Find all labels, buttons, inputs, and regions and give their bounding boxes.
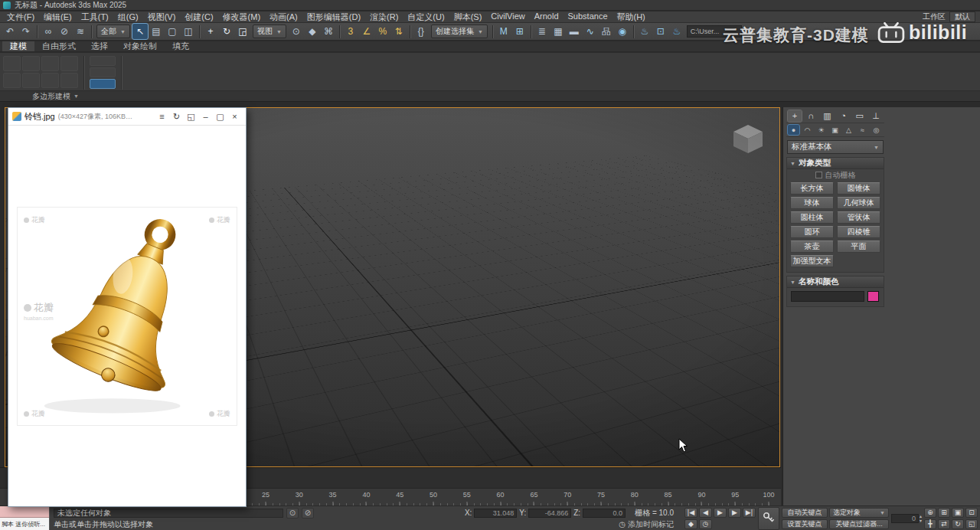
isolate-selection-toggle[interactable]: ⊙ [286,508,299,519]
ribbon-tool-button[interactable] [22,73,40,88]
selection-lock-toggle[interactable]: ⊘ [302,508,314,519]
hierarchy-tab-icon[interactable]: ▥ [820,110,834,122]
edit-named-selections-icon[interactable]: {} [413,24,429,39]
go-to-start-button[interactable]: |◀ [684,508,697,518]
go-to-end-button[interactable]: ▶| [743,508,756,518]
object-button[interactable]: 茶壶 [790,240,834,253]
object-name-field[interactable] [791,291,864,302]
zoom-all-button[interactable]: ⊞ [938,508,950,518]
systems-category-icon[interactable]: ◎ [871,125,882,135]
selection-filter-dropdown[interactable]: 全部▼ [96,25,130,38]
maximize-viewport-toggle-button[interactable]: ◱ [965,519,978,529]
fullscreen-button[interactable]: ◱ [184,110,198,123]
object-color-swatch[interactable] [867,291,879,302]
cameras-category-icon[interactable]: ▣ [829,125,841,135]
menu-item[interactable]: 脚本(S) [449,11,487,23]
ribbon-tool-button[interactable] [90,67,116,77]
frame-spinner[interactable]: ▴▾ [920,514,922,523]
angle-snap-toggle-icon[interactable]: ∠ [359,24,374,39]
pan-button[interactable]: ╋ [924,519,936,529]
add-time-tag-button[interactable]: ◷ 添加时间标记 [619,519,674,530]
select-and-scale-icon[interactable]: ◲ [235,24,250,39]
menu-item[interactable]: 图形编辑器(D) [302,11,365,23]
use-pivot-center-icon[interactable]: ⊙ [289,24,304,39]
render-production-icon[interactable]: ♨ [669,24,684,39]
toggle-layer-explorer-icon[interactable]: ▦ [550,24,566,39]
zoom-button[interactable]: ⊕ [924,508,936,518]
ribbon-tab[interactable]: 选择 [83,41,116,51]
material-editor-icon[interactable]: ◉ [615,24,630,39]
previous-frame-button[interactable]: ◀ [699,508,712,518]
ribbon-tab[interactable]: 填充 [165,41,197,51]
schematic-view-icon[interactable]: 品 [599,24,614,39]
ribbon-tool-button[interactable] [60,73,78,88]
menu-item[interactable]: 动画(A) [265,11,302,23]
object-button[interactable]: 四棱锥 [837,226,880,238]
redo-icon[interactable]: ↷ [18,24,34,39]
named-selection-sets-dropdown[interactable]: 创建选择集▼ [431,25,488,38]
ribbon-tool-button[interactable] [60,56,78,71]
zoom-region-button[interactable]: ⊡ [965,508,978,518]
orbit-button[interactable]: ↻ [952,519,964,529]
unlink-selection-icon[interactable]: ⊘ [57,24,72,39]
select-and-rotate-icon[interactable]: ↻ [219,24,234,39]
menu-item[interactable]: 工具(T) [77,11,113,23]
keyboard-override-toggle-icon[interactable]: ⌘ [321,24,336,39]
shapes-category-icon[interactable]: ◠ [802,125,813,135]
spinner-snap-toggle-icon[interactable]: ⇅ [391,24,407,39]
walk-through-button[interactable]: ⇄ [938,519,950,529]
ribbon-tool-button[interactable] [3,56,21,71]
selection-set-dropdown[interactable]: 选定对象 ▼ [829,508,889,518]
window-crossing-toggle-icon[interactable]: ◫ [181,24,196,39]
ribbon-footer[interactable]: 多边形建模 ▼ [0,91,980,102]
key-filters-button[interactable]: 关键点过滤器... [829,519,889,529]
toggle-ribbon-icon[interactable]: ▬ [567,24,582,39]
autogrid-checkbox[interactable]: 自动栅格 [787,169,884,181]
set-key-button[interactable]: 设置关键点 [782,519,828,529]
align-icon[interactable]: ⊞ [512,24,528,39]
ribbon-tool-button[interactable] [90,56,116,66]
object-button[interactable]: 管状体 [837,211,880,224]
object-button[interactable]: 平面 [837,240,880,253]
percent-snap-toggle-icon[interactable]: % [375,24,390,39]
object-button[interactable]: 圆锥体 [837,182,880,195]
menu-item[interactable]: 组(G) [113,11,143,23]
utilities-tab-icon[interactable]: ⊥ [869,110,883,122]
object-type-rollout-header[interactable]: ▼ 对象类型 [787,158,884,169]
listener-macro-row[interactable] [0,506,49,518]
set-keys-button[interactable] [758,507,779,530]
reference-coordinate-dropdown[interactable]: 视图▼ [253,25,286,38]
modify-tab-icon[interactable]: ∩ [804,110,818,122]
space-warps-category-icon[interactable]: ≈ [857,125,868,135]
primitive-type-dropdown[interactable]: 标准基本体 ▼ [787,140,884,154]
menu-item[interactable]: 自定义(U) [403,11,449,23]
ribbon-tool-button[interactable] [41,56,59,71]
key-mode-toggle-button[interactable]: ◆ [684,519,697,529]
ribbon-tool-button[interactable] [3,73,21,88]
rectangular-selection-region-icon[interactable]: ▢ [165,24,180,39]
render-setup-icon[interactable]: ♨ [637,24,652,39]
motion-tab-icon[interactable]: ◔ [837,110,851,122]
object-button[interactable]: 几何球体 [837,197,880,209]
menu-item[interactable]: CivilView [486,11,529,23]
y-coordinate-field[interactable]: -64.866 [528,509,571,518]
maximize-button[interactable]: ▢ [213,110,227,123]
menu-item[interactable]: Substance [564,11,612,23]
ribbon-tab[interactable]: 建模 [2,41,34,51]
ribbon-tab[interactable]: 自由形式 [34,41,83,51]
curve-editor-icon[interactable]: ∿ [583,24,598,39]
display-tab-icon[interactable]: ▭ [853,110,867,122]
image-viewer-window[interactable]: 铃铛.jpg (430×427像素, 106KB… ≡↻◱–▢× [8,107,247,507]
next-frame-button[interactable]: ▶ [728,508,741,518]
viewcube[interactable] [730,122,766,155]
rendered-frame-window-icon[interactable]: ⊡ [653,24,668,39]
snaps-toggle-3d-icon[interactable]: 3 [343,24,358,39]
x-coordinate-field[interactable]: 31.048 [474,509,517,518]
maxscript-mini-listener[interactable]: 脚本 迷你侦听... [0,506,50,530]
play-animation-button[interactable]: ▶ [714,508,727,518]
z-coordinate-field[interactable]: 0.0 [583,509,626,518]
menu-item[interactable]: Arnold [530,11,564,23]
helpers-category-icon[interactable]: △ [843,125,854,135]
viewer-menu-button[interactable]: ≡ [155,110,169,123]
geometry-category-icon[interactable]: ● [788,125,799,135]
